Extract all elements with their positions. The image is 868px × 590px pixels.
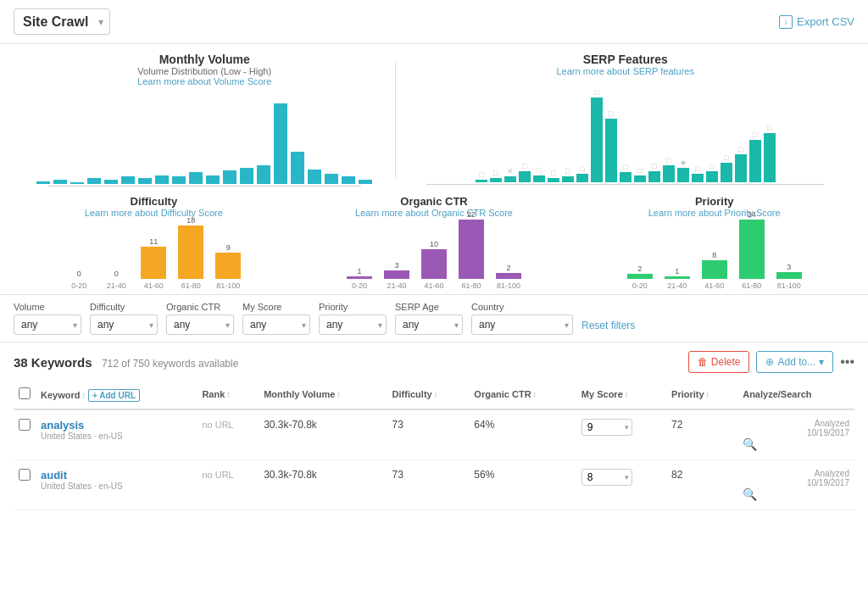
priority-link[interactable]: Learn more about Priority Score [574, 208, 854, 218]
organic-ctr-link[interactable]: Learn more about Organic CTR Score [294, 208, 575, 218]
th-difficulty: Difficulty ↕ [387, 380, 470, 409]
serp-features-title: SERP Features [396, 53, 854, 66]
rank-sort-icon: ↕ [226, 390, 231, 398]
plus-icon: ⊕ [765, 356, 774, 368]
difficulty-link[interactable]: Learn more about Difficulty Score [14, 208, 294, 218]
serp-features-chart: SERP Features Learn more about SERP feat… [396, 53, 854, 186]
th-monthly-volume: Monthly Volume ↕ [259, 380, 387, 409]
difficulty-filter: Difficulty any [90, 302, 158, 335]
monthly-volume-chart: Monthly Volume Volume Distribution (Low … [14, 53, 395, 186]
my-score-select[interactable]: any [242, 314, 310, 335]
my-score-sort[interactable]: My Score ↕ [581, 389, 628, 399]
priority-title: Priority [574, 195, 854, 208]
search-icon-1[interactable]: 🔍 [743, 487, 757, 501]
difficulty-chart: Difficulty Learn more about Difficulty S… [14, 195, 294, 290]
serp-age-select[interactable]: any [395, 314, 463, 335]
monthly-volume-bars [14, 91, 395, 184]
keywords-count-title: 38 Keywords [14, 355, 92, 370]
reset-filters-link[interactable]: Reset filters [581, 320, 635, 335]
serp-features-link[interactable]: Learn more about SERP features [396, 66, 854, 76]
monthly-volume-cell-1: 30.3k-70.8k [259, 460, 387, 510]
organic-ctr-chart: Organic CTR Learn more about Organic CTR… [294, 195, 575, 290]
select-all-checkbox[interactable] [19, 387, 31, 399]
rank-value-1: no URL [202, 470, 233, 480]
rank-cell-1: no URL [197, 460, 259, 510]
site-crawl-select[interactable]: Site Crawl [14, 8, 110, 35]
my-score-cell-0: 9 [576, 409, 666, 460]
organic-ctr-select[interactable]: any [166, 314, 234, 335]
difficulty-select[interactable]: any [90, 314, 158, 335]
analyze-cell-0: Analyzed 10/19/2017 🔍 [737, 409, 854, 460]
row-checkbox-1[interactable] [19, 469, 31, 481]
add-to-button[interactable]: ⊕ Add to... ▾ [756, 351, 833, 373]
my-score-select-0[interactable]: 9 [581, 419, 632, 436]
keyword-locale-1: United States · en-US [41, 481, 192, 491]
th-keyword: Keyword ↕ + Add URL [36, 380, 197, 409]
organic-ctr-title: Organic CTR [294, 195, 575, 208]
keyword-name-1[interactable]: audit [41, 469, 192, 481]
keywords-header: 38 Keywords 712 of 750 keywords availabl… [0, 342, 868, 380]
monthly-volume-link[interactable]: Learn more about Volume Score [14, 76, 395, 86]
table-row: analysis United States · en-US no URL 30… [14, 409, 854, 460]
keyword-name-0[interactable]: analysis [41, 419, 192, 431]
country-select[interactable]: any [471, 314, 573, 335]
organic-ctr-filter: Organic CTR any [166, 302, 234, 335]
monthly-volume-sort-icon: ↕ [337, 390, 341, 398]
priority-filter-label: Priority [319, 302, 387, 312]
priority-cell-0: 72 [666, 409, 737, 460]
organic-ctr-sort[interactable]: Organic CTR ↕ [474, 389, 537, 399]
priority-chart: Priority Learn more about Priority Score… [574, 195, 854, 290]
serp-age-filter: SERP Age any [395, 302, 463, 335]
keywords-available: 712 of 750 keywords available [102, 358, 238, 370]
table-row: audit United States · en-US no URL 30.3k… [14, 460, 854, 510]
add-url-button[interactable]: + Add URL [88, 389, 140, 402]
site-crawl-select-wrapper[interactable]: Site Crawl [14, 8, 110, 35]
header: Site Crawl ↓ Export CSV [0, 0, 868, 44]
analyze-cell-1: Analyzed 10/19/2017 🔍 [737, 460, 854, 510]
analyzed-text-1: Analyzed 10/19/2017 [743, 469, 849, 487]
monthly-volume-sort[interactable]: Monthly Volume ↕ [264, 389, 341, 399]
organic-ctr-sort-icon: ↕ [533, 390, 537, 398]
table-header-row: Keyword ↕ + Add URL Rank ↕ Monthly Vol [14, 380, 854, 409]
monthly-volume-title: Monthly Volume [14, 53, 395, 66]
keywords-table-wrapper: Keyword ↕ + Add URL Rank ↕ Monthly Vol [0, 380, 868, 510]
th-analyze: Analyze/Search [737, 380, 854, 409]
rank-sort[interactable]: Rank ↕ [202, 389, 230, 399]
organic-ctr-bars: 10-20321-401041-602261-80281-100 [294, 222, 575, 290]
keywords-table: Keyword ↕ + Add URL Rank ↕ Monthly Vol [14, 380, 854, 510]
trash-icon: 🗑 [698, 356, 708, 368]
my-score-sort-icon: ↕ [625, 390, 629, 398]
th-my-score: My Score ↕ [576, 380, 666, 409]
export-csv-button[interactable]: ↓ Export CSV [779, 15, 854, 29]
top-charts-row: Monthly Volume Volume Distribution (Low … [0, 44, 868, 186]
keyword-sort[interactable]: Keyword ↕ [41, 390, 86, 400]
bottom-charts-row: Difficulty Learn more about Difficulty S… [0, 186, 868, 295]
analyzed-text-0: Analyzed 10/19/2017 [743, 419, 849, 437]
delete-button[interactable]: 🗑 Delete [688, 351, 750, 373]
difficulty-filter-label: Difficulty [90, 302, 158, 312]
keyword-sort-icon: ↕ [81, 391, 86, 399]
search-icon-0[interactable]: 🔍 [743, 437, 757, 451]
priority-sort[interactable]: Priority ↕ [671, 389, 709, 399]
difficulty-sort-icon: ↕ [434, 390, 438, 398]
volume-select[interactable]: any [14, 314, 81, 335]
volume-filter-label: Volume [14, 302, 81, 312]
keywords-tbody: analysis United States · en-US no URL 30… [14, 409, 854, 510]
difficulty-cell-0: 73 [387, 409, 470, 460]
organic-ctr-filter-label: Organic CTR [166, 302, 234, 312]
th-rank: Rank ↕ [197, 380, 259, 409]
more-options-button[interactable]: ••• [840, 354, 854, 370]
my-score-filter-label: My Score [242, 302, 310, 312]
monthly-volume-cell-0: 30.3k-70.8k [259, 409, 387, 460]
row-checkbox-0[interactable] [19, 419, 31, 431]
serp-age-filter-label: SERP Age [395, 302, 463, 312]
priority-cell-1: 82 [666, 460, 737, 510]
priority-select[interactable]: any [319, 314, 387, 335]
priority-sort-icon: ↕ [706, 390, 710, 398]
keyword-cell-1: audit United States · en-US [36, 460, 197, 510]
my-score-select-1[interactable]: 8 [581, 469, 632, 486]
th-priority: Priority ↕ [666, 380, 737, 409]
keyword-locale-0: United States · en-US [41, 431, 192, 441]
volume-filter: Volume any [14, 302, 81, 335]
difficulty-sort[interactable]: Difficulty ↕ [392, 389, 438, 399]
